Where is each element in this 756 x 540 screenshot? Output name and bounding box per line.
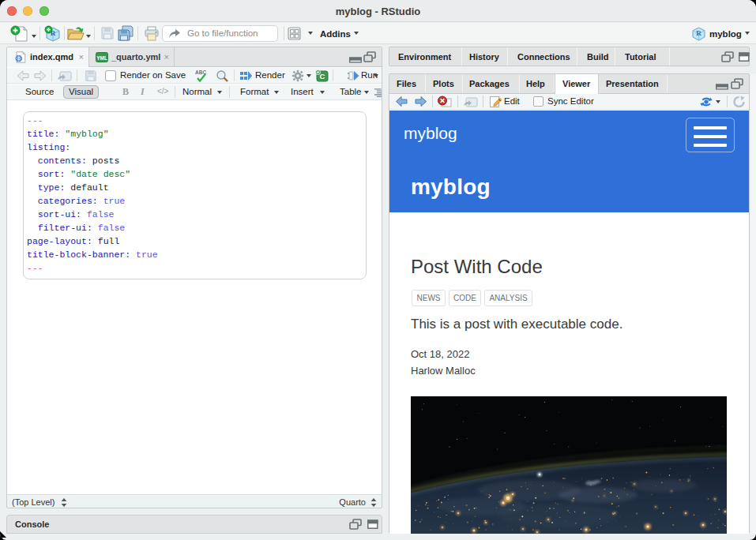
svg-text:R: R (696, 29, 701, 37)
svg-text:YML: YML (96, 55, 107, 61)
